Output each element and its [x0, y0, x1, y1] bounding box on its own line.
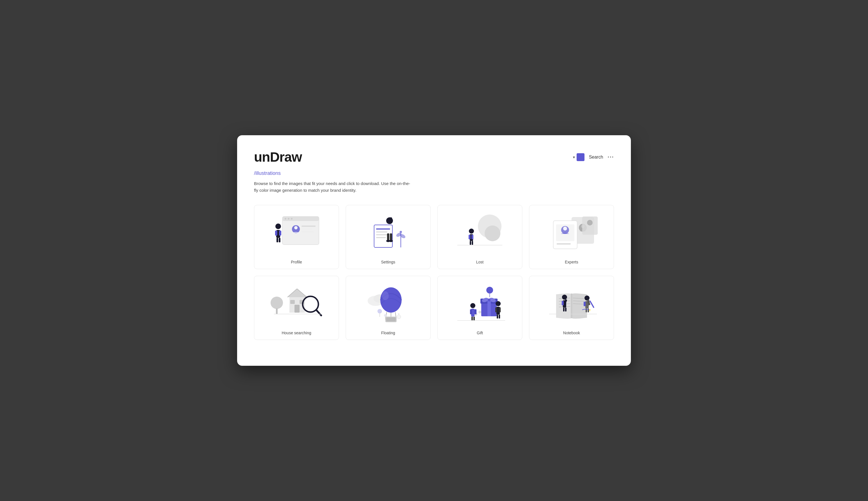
svg-rect-25 [387, 233, 389, 241]
svg-rect-72 [386, 317, 396, 321]
svg-rect-100 [499, 315, 500, 319]
card-notebook[interactable]: Notebook [529, 276, 614, 340]
svg-point-28 [389, 240, 393, 242]
card-lost[interactable]: Lost [437, 205, 522, 269]
svg-rect-21 [376, 228, 390, 230]
svg-point-17 [390, 217, 392, 220]
card-house-searching[interactable]: House searching [254, 276, 339, 340]
svg-rect-59 [290, 300, 295, 304]
header: unDraw ▾ Search ··· [254, 149, 614, 165]
svg-point-88 [488, 299, 490, 301]
svg-rect-118 [584, 302, 585, 306]
svg-point-79 [486, 287, 493, 294]
svg-rect-23 [376, 234, 389, 235]
card-label-settings: Settings [381, 260, 395, 264]
card-experts[interactable]: Experts [529, 205, 614, 269]
search-button[interactable]: Search [589, 154, 603, 160]
header-right: ▾ Search ··· [573, 153, 614, 161]
illustration-house-searching [259, 282, 334, 327]
svg-rect-12 [275, 231, 277, 236]
svg-rect-8 [301, 228, 312, 230]
svg-rect-14 [276, 238, 278, 242]
svg-rect-97 [495, 307, 497, 312]
svg-point-46 [563, 227, 567, 231]
svg-rect-24 [376, 237, 386, 238]
card-label-experts: Experts [565, 260, 578, 264]
svg-rect-91 [470, 309, 472, 314]
svg-rect-9 [301, 231, 314, 232]
svg-rect-22 [376, 231, 387, 233]
svg-line-62 [316, 310, 321, 316]
svg-marker-55 [287, 289, 307, 297]
svg-point-73 [378, 309, 382, 313]
svg-rect-7 [301, 225, 316, 227]
svg-point-95 [496, 301, 501, 306]
svg-rect-53 [276, 308, 278, 314]
card-floating[interactable]: Floating [346, 276, 431, 340]
svg-line-70 [395, 312, 396, 317]
svg-rect-40 [472, 241, 473, 245]
svg-rect-98 [499, 307, 501, 312]
card-label-gift: Gift [477, 331, 483, 335]
svg-point-67 [382, 291, 389, 300]
svg-rect-121 [588, 308, 589, 312]
svg-rect-37 [469, 235, 470, 239]
svg-rect-47 [557, 243, 571, 245]
svg-point-66 [380, 287, 402, 313]
svg-point-32 [400, 231, 402, 233]
svg-rect-115 [565, 308, 567, 311]
more-button[interactable]: ··· [607, 154, 614, 160]
svg-rect-38 [472, 235, 473, 239]
illustration-floating [350, 282, 426, 327]
svg-rect-93 [472, 317, 473, 320]
svg-rect-114 [563, 308, 564, 311]
card-settings[interactable]: Settings [346, 205, 431, 269]
svg-rect-39 [470, 241, 471, 245]
breadcrumb: /illustrations [254, 170, 614, 176]
svg-point-10 [275, 224, 281, 229]
svg-point-2 [285, 218, 286, 220]
svg-rect-50 [582, 216, 598, 235]
card-label-lost: Lost [476, 260, 484, 264]
svg-rect-26 [390, 233, 392, 241]
svg-point-35 [469, 228, 474, 234]
main-screen: unDraw ▾ Search ··· /illustrations Brows… [237, 135, 631, 366]
illustration-gift [442, 282, 518, 327]
svg-point-110 [562, 295, 567, 300]
color-arrow-icon[interactable]: ▾ [573, 155, 575, 159]
color-swatch[interactable] [576, 153, 584, 161]
illustration-lost [442, 211, 518, 256]
svg-point-34 [485, 225, 500, 241]
svg-rect-15 [279, 238, 280, 242]
svg-rect-99 [497, 315, 498, 319]
svg-rect-112 [562, 301, 564, 305]
svg-point-51 [587, 220, 593, 225]
illustration-profile [259, 211, 334, 256]
svg-rect-102 [571, 294, 572, 318]
card-label-profile: Profile [291, 260, 302, 264]
svg-marker-123 [589, 309, 590, 311]
card-gift[interactable]: Gift [437, 276, 522, 340]
svg-point-6 [294, 226, 298, 230]
card-label-floating: Floating [381, 331, 395, 335]
illustration-notebook [534, 282, 609, 327]
svg-point-75 [384, 314, 387, 317]
card-profile[interactable]: Profile [254, 205, 339, 269]
svg-point-3 [288, 218, 289, 220]
svg-point-4 [291, 218, 293, 220]
card-label-notebook: Notebook [563, 331, 580, 335]
svg-point-52 [271, 297, 283, 309]
logo: unDraw [254, 149, 302, 165]
svg-point-89 [470, 303, 475, 308]
card-label-house-searching: House searching [282, 331, 311, 335]
illustrations-grid: Profile [254, 205, 614, 340]
illustration-settings [350, 211, 426, 256]
color-picker-wrapper: ▾ [573, 153, 584, 161]
svg-rect-13 [279, 231, 281, 236]
illustration-experts [534, 211, 609, 256]
svg-rect-58 [295, 305, 299, 313]
svg-point-77 [397, 315, 401, 319]
description: Browse to find the images that fit your … [254, 180, 412, 194]
svg-rect-92 [475, 309, 476, 314]
svg-rect-94 [473, 317, 475, 320]
